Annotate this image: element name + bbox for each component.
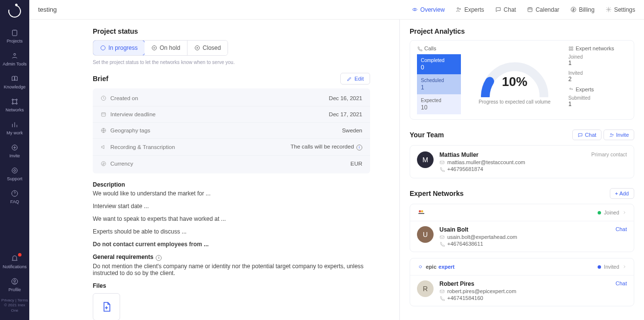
sidebar-item-projects[interactable]: Projects bbox=[0, 24, 29, 47]
files-title: Files bbox=[93, 282, 370, 289]
contact-name: Usain Bolt bbox=[439, 226, 608, 233]
status-on-hold[interactable]: On hold bbox=[145, 41, 187, 55]
topbar: testing Overview Experts Chat Calendar B… bbox=[29, 0, 644, 20]
member-email: mattias.muller@testaccount.com bbox=[447, 159, 525, 165]
network-chat-link[interactable]: Chat bbox=[614, 280, 627, 286]
sidebar-item-invite[interactable]: Invite bbox=[0, 139, 29, 162]
avatar: U bbox=[417, 226, 434, 243]
sidebar-item-admin[interactable]: Admin Tools bbox=[0, 47, 29, 70]
help-icon bbox=[10, 189, 19, 198]
phone-icon bbox=[439, 241, 445, 247]
svg-point-13 bbox=[457, 8, 458, 9]
tab-chat[interactable]: Chat bbox=[495, 6, 516, 13]
phone-icon bbox=[417, 46, 422, 51]
svg-point-12 bbox=[414, 9, 415, 10]
contact-name: Robert Pires bbox=[439, 280, 608, 287]
network-card: epicexpert Invited R Robert Pires robert… bbox=[410, 258, 634, 306]
right-column: Project Analytics Calls Completed0 Sched… bbox=[400, 20, 644, 320]
brief-row-created: Created on Dec 16, 2021 bbox=[93, 90, 370, 107]
svg-point-37 bbox=[419, 266, 422, 268]
sidebar-item-knowledge[interactable]: Knowledge bbox=[0, 70, 29, 93]
status-hint: Set the project status to let the networ… bbox=[93, 60, 370, 65]
tab-overview[interactable]: Overview bbox=[412, 6, 445, 13]
svg-rect-25 bbox=[569, 46, 571, 48]
add-file-button[interactable] bbox=[93, 293, 120, 320]
clipboard-icon bbox=[10, 28, 19, 37]
tab-billing[interactable]: Billing bbox=[570, 6, 595, 13]
svg-point-17 bbox=[608, 9, 609, 10]
stat-expected: Expected10 bbox=[417, 94, 461, 114]
network-icon bbox=[10, 97, 19, 106]
currency-icon bbox=[101, 161, 106, 167]
sidebar-item-profile[interactable]: Profile bbox=[0, 273, 29, 296]
svg-rect-36 bbox=[440, 235, 444, 238]
svg-rect-26 bbox=[571, 46, 573, 48]
description-line: Experts should be able to discuss ... bbox=[93, 228, 370, 235]
svg-point-30 bbox=[572, 88, 573, 89]
description-line: We want to speak to experts that have wo… bbox=[93, 215, 370, 222]
svg-rect-28 bbox=[571, 49, 573, 50]
sidebar-label: FAQ bbox=[10, 199, 19, 204]
mail-icon bbox=[439, 160, 445, 165]
contact-phone: +46741584160 bbox=[447, 295, 483, 301]
svg-point-34 bbox=[421, 210, 423, 213]
network-chat-link[interactable]: Chat bbox=[614, 226, 627, 232]
info-icon[interactable]: i bbox=[156, 255, 162, 261]
add-network-button[interactable]: + Add bbox=[610, 188, 634, 199]
speaker-icon bbox=[101, 144, 106, 150]
sidebar-item-mywork[interactable]: My work bbox=[0, 116, 29, 139]
sidebar-item-networks[interactable]: Networks bbox=[0, 93, 29, 116]
calendar-icon bbox=[101, 111, 106, 117]
network-mini-icon bbox=[568, 46, 574, 51]
project-status-title: Project status bbox=[93, 27, 370, 35]
network-logo-expertahead bbox=[417, 209, 426, 216]
network-card: Joined U Usain Bolt usain.bolt@expertahe… bbox=[410, 204, 634, 252]
sidebar: Projects Admin Tools Knowledge Networks … bbox=[0, 0, 29, 320]
clock-icon bbox=[101, 95, 106, 101]
sidebar-label: Invite bbox=[9, 153, 20, 158]
edit-brief-button[interactable]: Edit bbox=[340, 73, 370, 85]
brief-row-deadline: Interview deadline Dec 17, 2021 bbox=[93, 107, 370, 123]
sidebar-footer: Privacy | Terms © 2021 Inex One bbox=[0, 296, 29, 315]
sidebar-label: Admin Tools bbox=[3, 62, 27, 66]
description-title: Description bbox=[93, 181, 370, 188]
status-button-group: In progress On hold Closed bbox=[93, 40, 228, 56]
network-status[interactable]: Joined bbox=[598, 210, 627, 215]
tab-calendar[interactable]: Calendar bbox=[527, 6, 560, 13]
phone-icon bbox=[439, 167, 445, 172]
recording-info-icon[interactable]: i bbox=[356, 145, 362, 150]
progress-gauge: 10% Progress to expected call volume bbox=[468, 45, 561, 114]
sidebar-item-support[interactable]: Support bbox=[0, 162, 29, 185]
chevron-right-icon bbox=[622, 210, 627, 215]
sidebar-label: Profile bbox=[8, 287, 21, 292]
svg-point-14 bbox=[459, 8, 460, 9]
app-logo bbox=[6, 2, 23, 20]
svg-rect-38 bbox=[440, 290, 444, 293]
top-nav: Overview Experts Chat Calendar Billing S… bbox=[412, 6, 635, 13]
team-invite-button[interactable]: Invite bbox=[603, 129, 634, 140]
sidebar-item-notifications[interactable]: Notifications bbox=[0, 250, 29, 273]
profile-icon bbox=[10, 277, 19, 286]
network-status[interactable]: Invited bbox=[598, 264, 627, 270]
mail-icon bbox=[439, 235, 445, 240]
analytics-card: Calls Completed0 Scheduled1 Expected10 1… bbox=[410, 40, 634, 120]
support-icon bbox=[10, 166, 19, 175]
tab-settings[interactable]: Settings bbox=[605, 6, 635, 13]
tab-experts[interactable]: Experts bbox=[456, 6, 484, 13]
status-closed[interactable]: Closed bbox=[187, 41, 228, 55]
sidebar-label: Support bbox=[7, 176, 22, 181]
status-in-progress[interactable]: In progress bbox=[93, 40, 145, 56]
stat-completed: Completed0 bbox=[417, 54, 461, 74]
sidebar-label: Networks bbox=[5, 107, 24, 112]
mail-icon bbox=[439, 289, 445, 294]
sidebar-item-faq[interactable]: FAQ bbox=[0, 185, 29, 208]
svg-point-7 bbox=[12, 168, 18, 173]
svg-point-2 bbox=[12, 99, 14, 101]
team-member-card: M Mattias Muller mattias.muller@testacco… bbox=[410, 145, 634, 178]
description-block: Description We would like to understand … bbox=[93, 181, 370, 320]
member-name: Mattias Muller bbox=[439, 151, 585, 158]
brief-row-currency: Currency EUR bbox=[93, 156, 370, 171]
svg-point-4 bbox=[12, 103, 14, 105]
phone-icon bbox=[439, 296, 445, 301]
team-chat-button[interactable]: Chat bbox=[572, 129, 602, 140]
